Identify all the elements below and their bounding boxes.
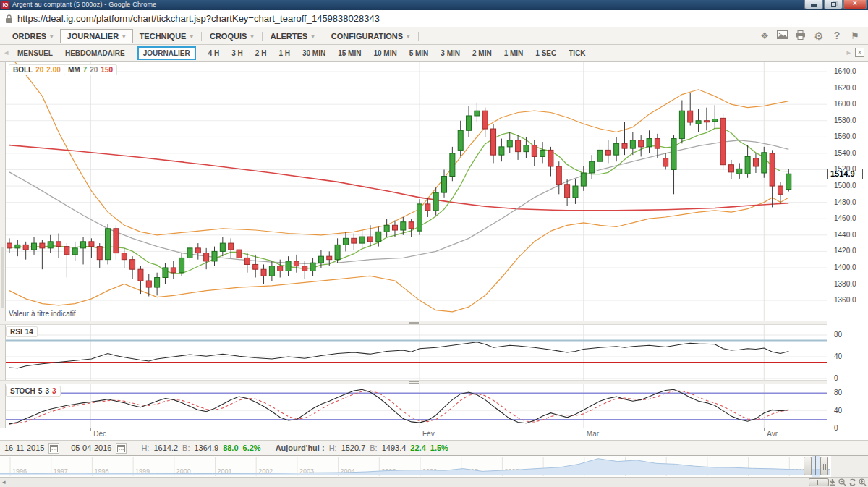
- boll-indicator-label[interactable]: BOLL202.00: [9, 64, 65, 75]
- candle[interactable]: [458, 121, 463, 157]
- timeframe-tab-10-min[interactable]: 10 MIN: [373, 49, 396, 57]
- timeframe-tab-2-min[interactable]: 2 MIN: [472, 49, 492, 57]
- candle[interactable]: [737, 163, 742, 178]
- candle[interactable]: [56, 234, 61, 258]
- help-icon[interactable]: ?: [831, 30, 843, 41]
- candle[interactable]: [7, 238, 12, 253]
- candle[interactable]: [491, 124, 496, 163]
- candle[interactable]: [647, 130, 652, 153]
- scrollbar-thumb[interactable]: [809, 478, 829, 486]
- candle[interactable]: [499, 139, 504, 162]
- candle[interactable]: [581, 166, 586, 191]
- candle[interactable]: [532, 140, 537, 166]
- candle[interactable]: [72, 242, 77, 261]
- candle[interactable]: [597, 143, 603, 168]
- url-text[interactable]: https://deal.ig.com/platform/chart/tickc…: [17, 13, 380, 24]
- date-to-value[interactable]: 05-04-2016: [71, 444, 111, 452]
- timeframe-tab-4-h[interactable]: 4 H: [208, 49, 220, 57]
- candle[interactable]: [590, 155, 595, 179]
- candle[interactable]: [556, 161, 561, 194]
- candle[interactable]: [565, 179, 570, 206]
- timeframe-tab-journalier[interactable]: JOURNALIER: [137, 46, 196, 60]
- candle[interactable]: [294, 255, 299, 273]
- minimize-button[interactable]: [804, 0, 823, 9]
- candle[interactable]: [212, 247, 217, 266]
- url-bar[interactable]: https://deal.ig.com/platform/chart/tickc…: [0, 10, 868, 27]
- candle[interactable]: [409, 219, 414, 237]
- candle[interactable]: [40, 240, 45, 270]
- candle[interactable]: [516, 135, 521, 160]
- left-gutter-scrollbar[interactable]: [0, 62, 6, 428]
- close-panel-icon[interactable]: ×: [855, 48, 864, 57]
- candle[interactable]: [171, 261, 176, 279]
- candle[interactable]: [417, 199, 422, 235]
- candle[interactable]: [728, 160, 733, 179]
- timeframe-tab-mensuel[interactable]: MENSUEL: [17, 49, 53, 57]
- candle[interactable]: [195, 243, 200, 260]
- candle[interactable]: [467, 106, 472, 137]
- main-price-chart[interactable]: [6, 62, 827, 321]
- scroll-left-arrow-icon[interactable]: ◂: [2, 478, 6, 486]
- candle[interactable]: [630, 132, 635, 156]
- candle[interactable]: [614, 137, 619, 161]
- print-icon[interactable]: [795, 30, 807, 41]
- horizontal-scrollbar[interactable]: ◂ ▸: [0, 477, 868, 487]
- timeframe-tab-15-min[interactable]: 15 MIN: [338, 49, 361, 57]
- settings-icon[interactable]: ⚙: [813, 30, 825, 41]
- date-from-value[interactable]: 16-11-2015: [4, 444, 44, 452]
- candle[interactable]: [762, 147, 767, 178]
- timeframe-tab-hebdomadaire[interactable]: HEBDOMADAIRE: [65, 49, 125, 57]
- candle[interactable]: [507, 132, 512, 153]
- candle[interactable]: [163, 263, 168, 284]
- candle[interactable]: [359, 230, 365, 248]
- timeframe-tab-3-min[interactable]: 3 MIN: [441, 49, 460, 57]
- candle[interactable]: [114, 225, 119, 259]
- stoch-indicator-label[interactable]: STOCH533: [6, 386, 61, 397]
- candle[interactable]: [89, 238, 94, 258]
- timeframe-tab-2-h[interactable]: 2 H: [255, 49, 267, 57]
- candle[interactable]: [663, 153, 668, 170]
- candle[interactable]: [15, 240, 20, 257]
- stoch-panel[interactable]: [6, 384, 827, 428]
- candle[interactable]: [573, 179, 578, 204]
- range-handle-left[interactable]: [804, 457, 812, 475]
- candle[interactable]: [778, 182, 783, 203]
- candle[interactable]: [433, 187, 438, 215]
- candle[interactable]: [605, 140, 610, 164]
- timeframe-tab-3-h[interactable]: 3 H: [231, 49, 243, 57]
- range-handle-right[interactable]: [820, 457, 828, 475]
- timeframe-tab-tick[interactable]: TICK: [569, 49, 585, 57]
- zoom-in-icon[interactable]: [859, 478, 867, 486]
- candle[interactable]: [32, 237, 37, 255]
- candle[interactable]: [97, 243, 102, 268]
- candle[interactable]: [335, 238, 340, 263]
- candle[interactable]: [745, 145, 750, 178]
- timeframe-tab-5-min[interactable]: 5 MIN: [409, 49, 429, 57]
- timeframe-tab-30-min[interactable]: 30 MIN: [302, 49, 326, 57]
- menu-item-alertes[interactable]: ALERTES▾: [264, 30, 321, 43]
- candle[interactable]: [392, 220, 397, 237]
- candle[interactable]: [269, 261, 274, 281]
- menu-item-technique[interactable]: TECHNIQUE▾: [133, 30, 200, 43]
- calendar-icon[interactable]: [48, 443, 59, 454]
- candle[interactable]: [23, 242, 28, 260]
- candle[interactable]: [475, 103, 480, 122]
- close-button[interactable]: ×: [843, 0, 867, 9]
- layers-icon[interactable]: ❖: [759, 30, 770, 41]
- candle[interactable]: [688, 93, 693, 125]
- candle[interactable]: [442, 169, 447, 197]
- menu-item-configurations[interactable]: CONFIGURATIONS▾: [325, 30, 417, 43]
- candle[interactable]: [450, 147, 455, 181]
- divider-grip-icon[interactable]: [409, 381, 419, 384]
- candle[interactable]: [704, 108, 709, 131]
- snap-to-end-icon[interactable]: [828, 478, 836, 486]
- calendar-icon[interactable]: [116, 443, 127, 454]
- candle[interactable]: [81, 237, 86, 264]
- candle[interactable]: [540, 142, 545, 163]
- mm-indicator-label[interactable]: MM720150: [64, 64, 117, 75]
- candle[interactable]: [720, 114, 726, 170]
- rsi-indicator-label[interactable]: RSI14: [6, 326, 38, 337]
- candle[interactable]: [671, 135, 676, 194]
- candle[interactable]: [237, 245, 242, 266]
- candle[interactable]: [130, 256, 135, 279]
